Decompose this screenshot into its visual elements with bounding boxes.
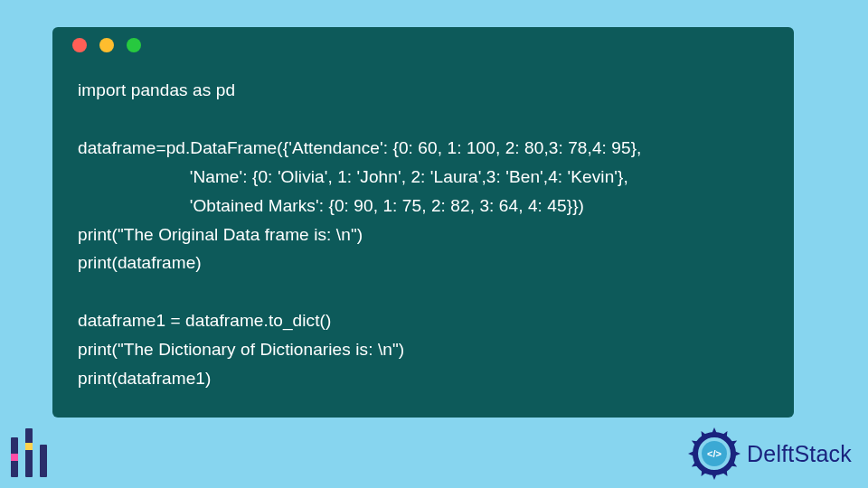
close-icon[interactable] <box>72 38 87 52</box>
maximize-icon[interactable] <box>127 38 141 52</box>
brand-name: DelftStack <box>747 441 852 467</box>
code-block: import pandas as pd dataframe=pd.DataFra… <box>52 63 794 411</box>
svg-marker-4 <box>734 451 741 456</box>
brand-tag: </> <box>707 448 722 459</box>
window-titlebar <box>52 27 794 63</box>
minimize-icon[interactable] <box>99 38 114 52</box>
footer: </> DelftStack <box>0 418 868 488</box>
left-logo-icon <box>5 432 56 483</box>
svg-marker-10 <box>688 451 694 456</box>
code-window: import pandas as pd dataframe=pd.DataFra… <box>52 27 794 418</box>
brand-seal-icon: </> <box>687 427 741 481</box>
svg-marker-7 <box>712 474 717 480</box>
brand: </> DelftStack <box>687 427 852 481</box>
svg-marker-1 <box>712 427 717 434</box>
